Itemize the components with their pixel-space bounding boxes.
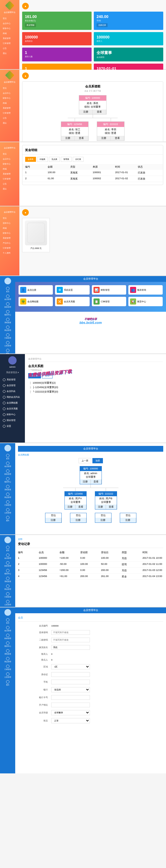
nav-item[interactable]: 会员中心 [0,91,20,96]
dashboard-tile[interactable]: 📢留言中心 [128,297,163,306]
nav-item[interactable]: 首页 [0,16,20,21]
nav-item[interactable]: 公告管理 [0,507,15,515]
stat-card[interactable]: 161.00奖金余额(元)奖金明细 [22,11,92,30]
nav-item[interactable]: 我的会员列表 [0,394,25,400]
nav-item[interactable]: 订单管理 [0,177,20,182]
org-node-empty[interactable]: 空位注册 [120,513,136,523]
nav-item[interactable]: 会员管理 [0,461,15,469]
nav-item[interactable]: 商品管理 [0,325,15,333]
nav-item[interactable]: 商品管理 [0,656,15,664]
nav-item[interactable]: 公告管理 [0,672,15,679]
nav-item[interactable]: 首页 [0,617,15,625]
stat-card[interactable]: 100000推荐人 [94,32,163,45]
nav-item[interactable]: 会员管理 [0,625,15,633]
dashboard-tile[interactable]: 👤会员注册 [19,285,53,294]
org-node-empty[interactable]: 空位注册 [95,513,111,523]
nav-item[interactable]: 财务中心 [0,412,25,417]
nav-item[interactable]: 首页 [0,453,15,461]
nav-item[interactable]: 系统设置 [0,484,15,492]
tree-node[interactable]: └ 222222(全球董事)(0) [28,390,163,394]
nav-item[interactable]: 订单管理 [0,500,15,507]
select-区域[interactable]: 1区 [51,664,90,670]
nav-item[interactable]: 会员中心 [0,157,20,161]
nav-item[interactable]: 首页 [0,86,20,91]
dashboard-tile[interactable]: 🔀会员关系图 [55,297,89,306]
nav-item[interactable]: 财务中心 [0,231,20,236]
input-登录密码[interactable] [51,630,90,635]
btn-up[interactable]: 上一层 [78,458,91,463]
org-node-root[interactable]: 编号: 100000 姓名: 系统级别: 全球董事 注册查看 [79,95,106,115]
nav-item[interactable]: 系统管理 [0,36,20,41]
stat-card[interactable]: 100000最高积分 [22,32,92,45]
tree-node[interactable]: 100000(全球董事)(2) [28,381,163,385]
tab[interactable]: 管理奖 [61,157,72,162]
input-银行卡号[interactable] [51,695,90,700]
stat-card[interactable]: 1推荐人数 [22,48,92,61]
nav-item[interactable]: 产品中心 [0,241,20,246]
org-node-root[interactable]: 编号: 100000 姓名: admin全球董事 注册查看 [80,466,102,484]
nav-item[interactable]: 退出 [0,186,20,191]
input-真实姓名[interactable] [51,645,90,650]
nav-item[interactable]: 财务管理 [0,633,15,641]
nav-item[interactable]: 退出 [0,679,15,687]
nav-item[interactable]: 财务管理 [0,560,15,568]
nav-item[interactable]: 商品管理 [0,584,15,591]
user-role[interactable]: 系统管理员 ▾ [0,371,25,374]
nav-item[interactable]: 会员管理 [0,382,25,389]
nav-item[interactable]: 会员关系图 [0,406,25,412]
nav-item[interactable]: 会员管理 [0,294,15,302]
dashboard-tile[interactable]: 📋订单管理 [92,297,126,306]
input-开户地址[interactable] [51,703,90,707]
nav-item[interactable]: 订单管理 [0,246,20,251]
dashboard-tile[interactable]: 👥推荐查询 [128,285,163,294]
nav-item[interactable]: 订单管理 [0,41,20,46]
nav-item[interactable]: 商城 [0,166,20,172]
nav-item[interactable]: 公告管理 [0,599,15,607]
nav-item[interactable]: 退出 [0,121,20,126]
nav-item[interactable]: 首页 [0,216,20,221]
tab[interactable]: 直推奖 [25,157,36,162]
tab[interactable]: 见点奖 [49,157,60,162]
btn-relation[interactable]: 关系图 [28,373,41,378]
nav-item[interactable]: 设置 [0,423,25,429]
nav-item[interactable]: 公告 [0,182,20,186]
nav-item[interactable]: 订单管理 [0,664,15,672]
nav-item[interactable]: 财务中心 [0,96,20,101]
nav-item[interactable]: 首页 [0,152,20,157]
nav-item[interactable]: 公告 [0,116,20,121]
nav-item[interactable]: 首页 [0,545,15,553]
nav-item[interactable]: 公告 [0,46,20,51]
nav-item[interactable]: 财务管理 [0,302,15,309]
nav-item[interactable]: 个人资料 [0,251,20,256]
select-银行[interactable]: 请选择 [51,687,90,692]
nav-item[interactable]: 系统设置 [0,648,15,656]
nav-item[interactable]: 商品管理 [0,492,15,500]
nav-item[interactable]: 报单中心 [0,221,20,226]
org-node[interactable]: 编号: 123456姓名: 张三级别: 普通注册查看 [61,121,89,141]
nav-item[interactable]: 财务中心 [0,26,20,31]
nav-item[interactable]: 会员管理 [0,553,15,560]
nav-item[interactable]: 系统设置 [0,317,15,325]
nav-item[interactable]: 报表中心 [0,476,15,484]
org-node[interactable]: 编号: 222222姓名: 用户B全球董事注册查看 [95,491,117,509]
select-状态[interactable]: 正常 [51,718,90,723]
dashboard-tile[interactable]: 🌳会员网络图 [19,297,53,306]
nav-item[interactable]: 订单管理 [0,111,20,116]
nav-item[interactable]: 退出 [0,515,15,523]
nav-item[interactable]: 商城 [0,226,20,231]
nav-item[interactable]: 财务管理 [0,469,15,476]
org-node[interactable]: 编号: 222222姓名: 李四级别: 普通注册查看 [97,121,125,141]
nav-item[interactable]: 系统设置 [0,576,15,584]
nav-item[interactable]: 系统管理 [0,106,20,111]
card-button[interactable]: 奖金明细 [25,23,36,27]
op-view[interactable]: 查看 [93,110,106,114]
nav-item[interactable]: 报表中心 [0,568,15,576]
product-card[interactable]: 产品 2000 元 [22,218,50,252]
nav-item[interactable]: 首页 [0,286,15,294]
nav-item[interactable]: 公告管理 [0,340,15,348]
select-会员等级[interactable]: 全球董事 [51,710,90,715]
nav-item[interactable]: 系统管理 [0,236,20,241]
tab[interactable]: 分红奖 [73,157,84,162]
dashboard-tile[interactable]: ⚙系统设置 [55,285,89,294]
org-node-empty[interactable]: 空位注册 [70,513,87,523]
